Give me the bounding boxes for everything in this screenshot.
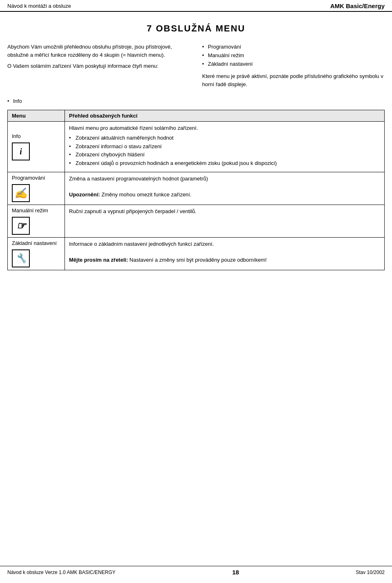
programovani-icon: ✍ <box>12 184 30 202</box>
info-icon: i <box>12 142 30 160</box>
intro-bullet-list: Programování Manuální režim Základní nas… <box>202 43 385 68</box>
row-man-icon-area: Manuální režim ☞ <box>12 207 60 235</box>
row-zak-desc-cell: Informace o základním nastavení jednotli… <box>65 238 385 270</box>
row-zak-label: Základní nastavení <box>12 240 57 246</box>
page-footer: Návod k obsluze Verze 1.0 AMK BASIC/ENER… <box>0 566 392 576</box>
row-prog-note-bold: Upozornění: <box>69 191 100 198</box>
chapter-title-text: O <box>156 23 164 33</box>
row-man-desc-cell: Ruční zapnutí a vypnutí připojených čerp… <box>65 205 385 238</box>
table-row-manualnirezim: Manuální režim ☞ Ruční zapnutí a vypnutí… <box>8 205 385 238</box>
row-info-label: Info <box>12 133 21 139</box>
row-zak-note-text: Nastavení a změny smí být prováděny pouz… <box>128 257 267 263</box>
row-info-desc-cell: Hlavní menu pro automatické řízení solár… <box>65 122 385 172</box>
row-man-label: Manuální režim <box>12 207 48 214</box>
row-info-sub4: Zobrazení údajů o provozních hodinách a … <box>69 159 380 168</box>
header-title-right: AMK Basic/Energy <box>330 2 385 9</box>
manualnirezim-icon: ☞ <box>12 217 30 235</box>
footer-left: Návod k obsluze Verze 1.0 AMK BASIC/ENER… <box>7 570 116 575</box>
row-man-label-cell: Manuální režim ☞ <box>8 205 65 238</box>
row-man-desc-title: Ruční zapnutí a vypnutí připojených čerp… <box>69 207 380 216</box>
col1-header: Menu <box>8 110 65 122</box>
row-prog-icon-area: Programování ✍ <box>12 175 60 202</box>
intro-para1: Abychom Vám umožnili přehlednou obsluhu … <box>7 43 190 59</box>
row-info-icon-area: Info i <box>12 133 60 160</box>
table-header-row: Menu Přehled obsažených funkcí <box>8 110 385 122</box>
info-bullet-text: Info <box>7 98 22 104</box>
intro-right: Programování Manuální režim Základní nas… <box>202 43 385 91</box>
table-row-zakladni: Základní nastavení 🔧 Informace o základn… <box>8 238 385 270</box>
row-zak-label-cell: Základní nastavení 🔧 <box>8 238 65 270</box>
footer-page-number: 18 <box>232 569 239 576</box>
chapter-heading: 7 Obslužná menu <box>7 23 385 34</box>
intro-section: Abychom Vám umožnili přehlednou obsluhu … <box>7 43 385 91</box>
chapter-title-rest: bslužná menu <box>164 23 245 33</box>
row-zak-desc-title: Informace o základním nastavení jednotli… <box>69 240 380 248</box>
row-info-sublist: Zobrazení aktuálních naměřených hodnot Z… <box>69 134 380 168</box>
row-info-label-cell: Info i <box>8 122 65 172</box>
row-prog-desc-cell: Změna a nastavení programovatelných hodn… <box>65 172 385 205</box>
intro-para2: O Vašem solárním zařízení Vám poskytují … <box>7 62 190 70</box>
row-prog-label-cell: Programování ✍ <box>8 172 65 205</box>
page-header: Návod k montáži a obsluze AMK Basic/Ener… <box>0 0 392 12</box>
intro-right-para: Které menu je právě aktivní, poznáte pod… <box>202 72 385 88</box>
header-title-left: Návod k montáži a obsluze <box>7 3 71 9</box>
chapter-number: 7 <box>147 23 152 33</box>
row-prog-desc-title: Změna a nastavení programovatelných hodn… <box>69 175 380 183</box>
table-row-programovani: Programování ✍ Změna a nastavení program… <box>8 172 385 205</box>
row-prog-note-text: Změny mohou omezit funkce zařízení. <box>100 191 192 198</box>
row-info-sub1: Zobrazení aktuálních naměřených hodnot <box>69 134 380 142</box>
row-info-sub3: Zobrazení chybových hlášení <box>69 151 380 159</box>
menu-table: Menu Přehled obsažených funkcí Info i Hl… <box>7 110 385 270</box>
row-prog-label: Programování <box>12 175 45 181</box>
intro-bullet-programovani: Programování <box>202 43 385 51</box>
zakladni-icon: 🔧 <box>12 249 30 267</box>
intro-bullet-manualnirezim: Manuální režim <box>202 51 385 60</box>
main-content: 7 Obslužná menu Abychom Vám umožnili pře… <box>0 23 392 270</box>
row-zak-icon-area: Základní nastavení 🔧 <box>12 240 60 267</box>
table-row-info: Info i Hlavní menu pro automatické řízen… <box>8 122 385 172</box>
intro-left: Abychom Vám umožnili přehlednou obsluhu … <box>7 43 190 91</box>
intro-bullet-zakladni: Základní nastavení <box>202 60 385 69</box>
row-info-sub2: Zobrazení informací o stavu zařízení <box>69 142 380 151</box>
col2-header: Přehled obsažených funkcí <box>65 110 385 122</box>
footer-right: Stav 10/2002 <box>356 570 385 575</box>
row-zak-note: Mějte prosím na zřeteli: Nastavení a změ… <box>69 256 380 264</box>
row-prog-note: Upozornění: Změny mohou omezit funkce za… <box>69 191 380 199</box>
row-info-desc-title: Hlavní menu pro automatické řízení solár… <box>69 124 380 132</box>
row-zak-note-bold: Mějte prosím na zřeteli: <box>69 257 128 263</box>
info-bullet-container: Info <box>7 98 385 104</box>
